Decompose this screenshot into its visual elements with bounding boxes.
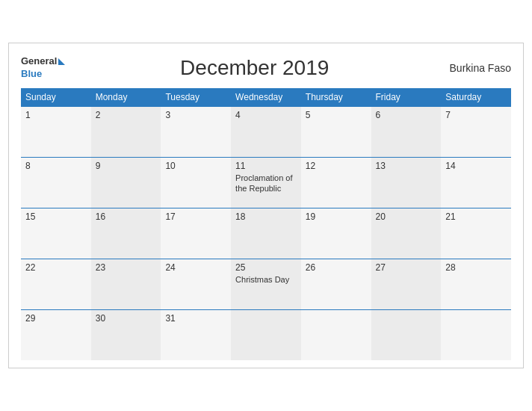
day-cell: 28 (441, 259, 511, 309)
logo-triangle-icon (58, 58, 65, 65)
header-tuesday: Tuesday (161, 88, 231, 107)
day-cell: 12 (301, 157, 371, 208)
day-cell: 5 (301, 106, 371, 157)
calendar-table: Sunday Monday Tuesday Wednesday Thursday… (21, 88, 511, 361)
day-cell: 8 (21, 157, 91, 208)
day-cell-empty (231, 309, 301, 360)
day-cell: 23 (91, 259, 161, 309)
day-cell: 1 (21, 106, 91, 157)
day-cell: 10 (161, 157, 231, 208)
day-cell: 19 (301, 208, 371, 259)
day-cell: 14 (441, 157, 511, 208)
day-cell-empty (301, 309, 371, 360)
day-cell-empty (371, 309, 442, 360)
day-cell: 27 (371, 259, 442, 309)
day-cell: 6 (371, 106, 442, 157)
day-cell: 29 (21, 309, 91, 360)
day-cell: 2 (91, 106, 161, 157)
day-cell: 7 (441, 106, 511, 157)
calendar-header: General Blue December 2019 Burkina Faso (21, 55, 511, 81)
header-thursday: Thursday (301, 88, 371, 107)
logo-general-text: General (21, 55, 57, 67)
day-cell: 31 (161, 309, 231, 360)
calendar-title: December 2019 (65, 56, 444, 80)
logo-blue-text: Blue (21, 68, 42, 79)
day-cell: 16 (91, 208, 161, 259)
header-friday: Friday (371, 88, 442, 107)
day-cell-empty (441, 309, 511, 360)
week-row-1: 1 2 3 4 5 6 7 (21, 106, 511, 157)
country-name: Burkina Faso (444, 62, 511, 74)
day-cell: 24 (161, 259, 231, 309)
day-cell: 21 (441, 208, 511, 259)
header-monday: Monday (91, 88, 161, 107)
day-cell: 17 (161, 208, 231, 259)
day-cell: 3 (161, 106, 231, 157)
day-cell: 4 (231, 106, 301, 157)
day-cell: 22 (21, 259, 91, 309)
header-saturday: Saturday (441, 88, 511, 107)
header-wednesday: Wednesday (231, 88, 301, 107)
week-row-3: 15 16 17 18 19 20 21 (21, 208, 511, 259)
day-cell: 15 (21, 208, 91, 259)
day-cell-proclamation: 11 Proclamation of the Republic (231, 157, 301, 208)
day-cell: 20 (371, 208, 442, 259)
day-cell: 30 (91, 309, 161, 360)
week-row-4: 22 23 24 25 Christmas Day 26 27 28 (21, 259, 511, 309)
logo: General Blue (21, 55, 65, 81)
day-cell: 26 (301, 259, 371, 309)
week-row-5: 29 30 31 (21, 309, 511, 360)
day-cell: 18 (231, 208, 301, 259)
day-cell: 13 (371, 157, 442, 208)
header-sunday: Sunday (21, 88, 91, 107)
week-row-2: 8 9 10 11 Proclamation of the Republic 1… (21, 157, 511, 208)
day-cell: 9 (91, 157, 161, 208)
weekday-header-row: Sunday Monday Tuesday Wednesday Thursday… (21, 88, 511, 107)
day-cell-christmas: 25 Christmas Day (231, 259, 301, 309)
calendar-container: General Blue December 2019 Burkina Faso … (8, 43, 524, 368)
